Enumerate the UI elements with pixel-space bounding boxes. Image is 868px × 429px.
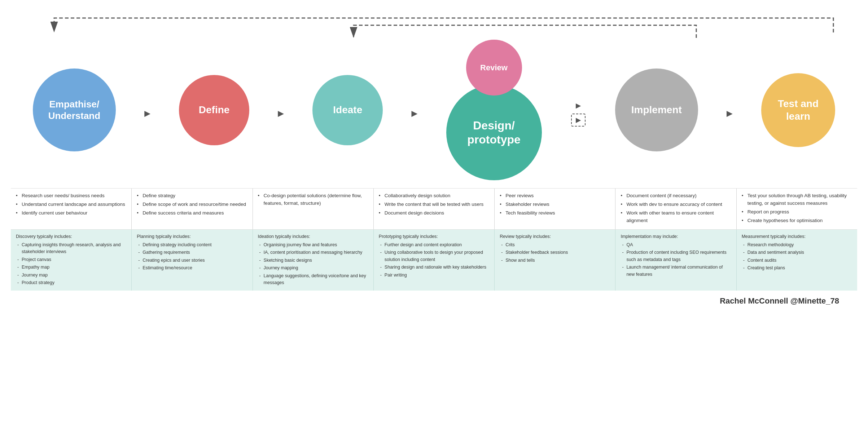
design-typically: Prototyping typically includes: -Further… (374, 230, 495, 291)
test-bullets: •Test your solution through AB testing, … (737, 189, 857, 229)
typically-title: Implementation may include: (621, 233, 731, 240)
bullet-item: •Co-design potential solutions (determin… (258, 192, 368, 207)
typically-item: -Gathering requirements (137, 249, 247, 256)
bullet-item: •Tech feasibility reviews (500, 209, 610, 217)
typically-item: -Launch management/ internal communicati… (621, 264, 731, 278)
bullet-sections-row: •Research user needs/ business needs •Un… (11, 188, 857, 230)
page-wrapper: Empathise/ Understand ► Define ► Ideate … (0, 0, 868, 429)
bullet-item: •Peer reviews (500, 192, 610, 200)
ideate-unit: Ideate (312, 75, 383, 145)
typically-item: -Defining strategy including content (137, 242, 247, 248)
outer-loop-arrow (54, 18, 833, 32)
typically-item: -Pair writing (379, 272, 489, 279)
typically-item: -Journey mapping (258, 265, 368, 271)
bullet-item: •Document design decisions (379, 209, 489, 217)
circle-implement: Implement (615, 68, 698, 151)
attribution: Rachel McConnell @Minette_78 (11, 291, 857, 306)
bullet-item: •Define scope of work and resource/time … (137, 201, 247, 208)
define-typically: Planning typically includes: -Defining s… (132, 230, 253, 291)
bullet-item: •Define success criteria and measures (137, 209, 247, 217)
test-unit: Test andlearn (761, 73, 835, 147)
design-impl-arrows: ► ► (571, 101, 586, 127)
typically-item: -Data and sentiment analysis (742, 249, 852, 256)
typically-item: -Further design and content exploration (379, 242, 489, 248)
bullet-item: •Research user needs/ business needs (16, 192, 126, 200)
bullet-item: •Understand current landscape and assump… (16, 201, 126, 208)
typically-item: -Creating epics and user stories (137, 257, 247, 264)
typically-item: -Research methodology (742, 242, 852, 248)
arrow-1: ► (143, 108, 153, 119)
bullet-item: •Identify current user behaviour (16, 209, 126, 217)
circle-design: Design/prototype (446, 85, 542, 180)
mid-loop-arrow (354, 25, 696, 38)
implement-bullets: •Document content (if necessary) •Work w… (615, 189, 736, 229)
circle-test: Test andlearn (761, 73, 835, 147)
empathise-unit: Empathise/ Understand (33, 68, 116, 151)
bullet-item: •Create hypotheses for optimisation (742, 217, 852, 225)
bullet-item: •Define strategy (137, 192, 247, 200)
typically-row: Discovery typically includes: -Capturing… (11, 230, 857, 291)
bullet-item: •Report on progress (742, 208, 852, 216)
arrow-4b: ► (571, 114, 586, 127)
typically-item: -IA, content prioritisation and messagin… (258, 249, 368, 256)
arrow-5: ► (725, 108, 735, 119)
typically-item: -Product strategy (16, 279, 126, 286)
typically-title: Discovery typically includes: (16, 233, 126, 240)
dashed-arrows-svg (11, 7, 859, 43)
typically-item: -Language suggestions, defining voice/to… (258, 273, 368, 287)
empathise-bullets: •Research user needs/ business needs •Un… (11, 189, 132, 229)
arrow-4a: ► (574, 101, 583, 111)
typically-item: -Project canvas (16, 256, 126, 263)
circle-define: Define (179, 75, 249, 145)
arrow-2: ► (276, 108, 286, 119)
review-bullets: •Peer reviews •Stakeholder reviews •Tech… (495, 189, 615, 229)
review-typically: Review typically includes: -Crits -Stake… (495, 230, 615, 291)
typically-item: -Estimating time/resource (137, 265, 247, 271)
design-bullets: •Collaboratively design solution •Write … (374, 189, 495, 229)
typically-item: -Capturing insights through research, an… (16, 242, 126, 256)
circle-empathise: Empathise/ Understand (33, 68, 116, 151)
typically-title: Measurement typically includes: (742, 233, 852, 240)
implement-typically: Implementation may include: -QA -Product… (615, 230, 736, 291)
test-typically: Measurement typically includes: -Researc… (737, 230, 857, 291)
circles-row: Empathise/ Understand ► Define ► Ideate … (11, 40, 857, 180)
bullet-item: •Work with other teams to ensure content… (621, 209, 731, 225)
typically-item: -Journey map (16, 272, 126, 279)
typically-item: -Stakeholder feedback sessions (500, 249, 610, 256)
empathise-typically: Discovery typically includes: -Capturing… (11, 230, 132, 291)
typically-title: Planning typically includes: (137, 233, 247, 240)
design-review-unit: Review Design/prototype (446, 40, 542, 180)
typically-item: -Sketching basic designs (258, 257, 368, 264)
bullet-item: •Write the content that will be tested w… (379, 201, 489, 208)
bullet-item: •Collaboratively design solution (379, 192, 489, 200)
typically-item: -Content audits (742, 257, 852, 264)
bullet-item: •Stakeholder reviews (500, 201, 610, 208)
ideate-bullets: •Co-design potential solutions (determin… (253, 189, 374, 229)
typically-item: -Organising journey flow and features (258, 242, 368, 248)
typically-title: Prototyping typically includes: (379, 233, 489, 240)
implement-unit: Implement (615, 68, 698, 151)
ideate-typically: Ideation typically includes: -Organising… (253, 230, 374, 291)
typically-item: -Production of content including SEO req… (621, 249, 731, 263)
define-bullets: •Define strategy •Define scope of work a… (132, 189, 253, 229)
typically-item: -Crits (500, 242, 610, 248)
define-unit: Define (179, 75, 249, 145)
typically-item: -Empathy map (16, 264, 126, 271)
arrow-3: ► (409, 108, 420, 119)
circle-ideate: Ideate (312, 75, 383, 145)
typically-title: Ideation typically includes: (258, 233, 368, 240)
bullet-item: •Work with dev to ensure accuracy of con… (621, 201, 731, 208)
typically-item: -Creating test plans (742, 265, 852, 271)
typically-item: -QA (621, 242, 731, 248)
typically-item: -Sharing design and rationale with key s… (379, 264, 489, 271)
typically-item: -Using collaborative tools to design you… (379, 249, 489, 263)
circle-review: Review (466, 40, 522, 96)
typically-item: -Show and tells (500, 257, 610, 264)
bullet-item: •Test your solution through AB testing, … (742, 192, 852, 207)
bullet-item: •Document content (if necessary) (621, 192, 731, 200)
typically-title: Review typically includes: (500, 233, 610, 240)
